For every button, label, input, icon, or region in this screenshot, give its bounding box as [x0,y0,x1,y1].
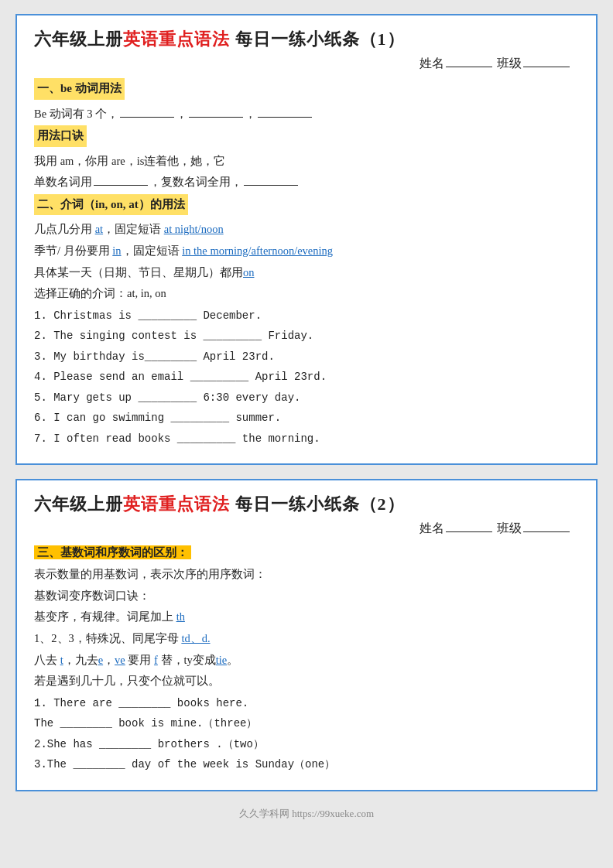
usage2-prefix: 单数名词用 [34,176,92,188]
card-1-title-black2: 每日一练小纸条（1） [230,29,405,49]
section1-title: 一、be 动词用法 [34,78,125,100]
prep2-prefix: 季节/ 月份要用 [34,244,112,257]
desc1-line: 表示数量的用基数词，表示次序的用序数词： [34,565,579,584]
ex2-1b: The ________ book is mine.（three） [34,714,579,733]
choose-label-line: 选择正确的介词：at, in, on [34,284,579,303]
be-line1: Be 动词有 3 个，，， [34,104,579,124]
prep1-prefix: 几点几分用 [34,223,95,235]
choose-label: 选择正确的介词：at, in, on [34,287,166,299]
class-label-2: 班级 [497,521,522,535]
desc4-line: 1、2、3，特殊况、同尾字母 td、d. [34,629,579,648]
ex1-6: 6. I can go swimming _________ summer. [34,408,579,428]
usage2-blank1 [94,185,148,186]
prep2-link: in the morning/afternoon/evening [182,244,333,257]
name-label-2: 姓名 [420,521,444,535]
class-blank-2 [523,531,570,532]
ex2-2: 2.She has ________ brothers .（two） [34,735,579,754]
card-1: 六年级上册英语重点语法 每日一练小纸条（1） 姓名 班级 一、be 动词用法 B… [15,14,598,465]
prep1-suffix: ，固定短语 [103,223,164,235]
name-row-1: 姓名 班级 [34,56,579,72]
desc1-text: 表示数量的用基数词，表示次序的用序数词： [34,568,266,580]
desc6-text: 若是遇到几十几，只变个位就可以。 [34,675,220,687]
usage-title-line: 用法口诀 [34,125,579,149]
prep3-on: on [243,266,255,279]
card-1-title-black1: 六年级上册 [34,29,123,49]
section3-title-line: 三、基数词和序数词的区别： [34,543,579,562]
be-blank3 [258,117,312,118]
class-label-1: 班级 [497,56,522,70]
name-label-1: 姓名 [420,56,444,70]
name-blank-1 [446,67,492,67]
desc5-mid3: 替，ty变成 [158,654,216,666]
prep2-in: in [112,244,121,257]
desc3-prefix: 基变序，有规律。词尾加上 [34,610,176,623]
usage-title: 用法口诀 [34,125,87,147]
desc4-prefix: 1、2、3，特殊况、同尾字母 [34,632,181,644]
footer: 久久学科网 https://99xueke.com [239,807,374,821]
desc5-line: 八去 t，九去e，ve 要用 f 替，ty变成tie。 [34,651,579,670]
prep3-line: 具体某一天（日期、节日、星期几）都用on [34,263,579,282]
class-blank-1 [523,67,570,67]
desc3-th: th [176,610,185,623]
prep3-prefix: 具体某一天（日期、节日、星期几）都用 [34,266,243,279]
desc2-text: 基数词变序数词口诀： [34,589,150,602]
desc5-mid1: ，九去 [63,654,98,666]
section2-title-line: 二、介词（in, on, at）的用法 [34,194,579,218]
usage2-suffix: ，复数名词全用， [149,176,242,188]
prep1-link: at night/noon [164,223,224,235]
usage2-line: 单数名词用，复数名词全用， [34,173,579,192]
ex2-3: 3.The ________ day of the week is Sunday… [34,755,579,774]
prep2-line: 季节/ 月份要用 in，固定短语 in the morning/afternoo… [34,241,579,261]
ex1-4: 4. Please send an email _________ April … [34,367,579,387]
desc5-e: e [98,654,103,666]
exercises-2: 1. There are ________ books here. The __… [34,694,579,774]
card-2-title-red: 英语重点语法 [123,494,230,514]
card-1-title: 六年级上册英语重点语法 每日一练小纸条（1） [34,28,579,51]
section2-title: 二、介词（in, on, at）的用法 [34,194,188,216]
prep1-at: at [95,223,103,235]
card-2: 六年级上册英语重点语法 每日一练小纸条（2） 姓名 班级 三、基数词和序数词的区… [15,479,598,791]
desc6-line: 若是遇到几十几，只变个位就可以。 [34,672,579,691]
section1-title-line: 一、be 动词用法 [34,78,579,102]
desc5-tie: tie [216,654,228,666]
ex1-7: 7. I often read books _________ the morn… [34,429,579,449]
section3-title: 三、基数词和序数词的区别： [34,545,191,559]
card-2-title-black1: 六年级上册 [34,494,123,514]
usage2-blank2 [244,185,298,186]
card-1-title-red: 英语重点语法 [123,29,230,49]
desc2-line: 基数词变序数词口诀： [34,586,579,606]
desc4-td: td、d. [181,632,210,644]
card-2-title: 六年级上册英语重点语法 每日一练小纸条（2） [34,493,579,516]
usage1-text: 我用 am，你用 are，is连着他，她，它 [34,155,225,167]
footer-text: 久久学科网 https://99xueke.com [239,808,374,819]
desc5-mid2: 要用 [125,654,154,666]
ex1-3: 3. My birthday is________ April 23rd. [34,347,579,367]
be-line1-text: Be 动词有 3 个， [34,108,118,120]
prep2-suffix: ，固定短语 [122,244,183,257]
name-blank-2 [446,531,492,532]
ex1-2: 2. The singing contest is _________ Frid… [34,326,579,346]
be-blank1 [120,117,174,118]
ex1-1: 1. Christmas is _________ December. [34,306,579,326]
ex2-1a: 1. There are ________ books here. [34,694,579,713]
ex1-5: 5. Mary gets up _________ 6:30 every day… [34,388,579,408]
exercises-1: 1. Christmas is _________ December. 2. T… [34,306,579,449]
be-blank2 [189,117,243,118]
card-2-title-black2: 每日一练小纸条（2） [230,494,405,514]
desc5-prefix: 八去 [34,654,60,666]
usage1-line: 我用 am，你用 are，is连着他，她，它 [34,152,579,171]
desc5-ve: ve [115,654,125,666]
desc5-end: 。 [227,654,238,666]
prep1-line: 几点几分用 at，固定短语 at night/noon [34,220,579,239]
name-row-2: 姓名 班级 [34,521,579,537]
desc3-line: 基变序，有规律。词尾加上 th [34,607,579,627]
